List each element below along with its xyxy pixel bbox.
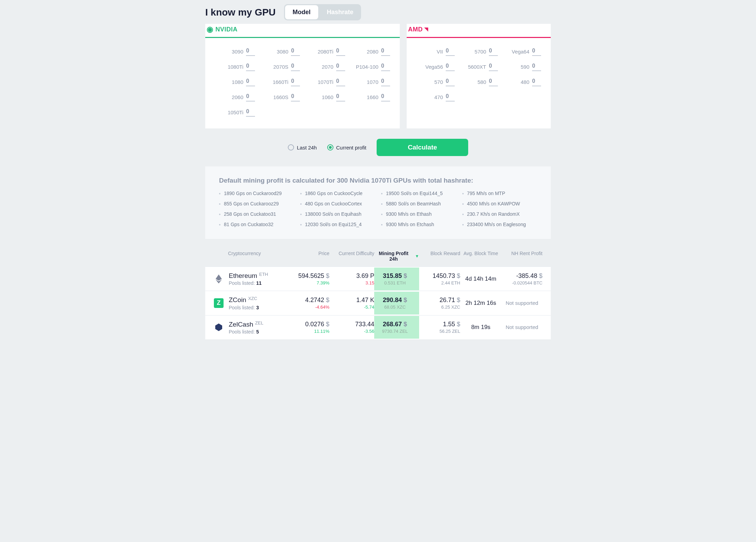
th-block-reward[interactable]: Block Reward: [419, 251, 460, 262]
crypto-name: ZCoin: [229, 297, 246, 304]
page-title: I know my GPU: [205, 7, 276, 18]
gpu-label: 2070S: [273, 64, 288, 70]
mining-profit-cell: 290.84 $68.05 XZC: [374, 292, 419, 314]
gpu-qty-input-580[interactable]: [489, 77, 498, 86]
radio-current-profit-label: Current profit: [336, 145, 367, 151]
gpu-qty-input-2070s[interactable]: [291, 62, 300, 71]
gpu-cell-480: 480: [503, 77, 541, 86]
th-mining-profit[interactable]: Mining Profit 24h ▼: [374, 251, 419, 262]
gpu-cell-2070: 2070: [305, 62, 345, 71]
crypto-name: ZelCash: [229, 321, 253, 328]
th-block-time[interactable]: Avg. Block Time: [460, 251, 501, 262]
table-row[interactable]: Ethereum ETHPools listed: 11594.5625 $7.…: [205, 267, 551, 291]
gpu-qty-input-2080[interactable]: [381, 47, 390, 56]
hashrate-item: 230.7 Kh/s on RandomX: [462, 211, 537, 217]
gpu-qty-input-vii[interactable]: [446, 47, 455, 56]
gpu-qty-input-1060[interactable]: [336, 93, 345, 101]
gpu-qty-input-1660[interactable]: [381, 93, 390, 101]
gpu-label: 2080: [367, 49, 378, 55]
gpu-qty-input-1070ti[interactable]: [336, 77, 345, 86]
gpu-cell-3080: 3080: [260, 47, 300, 56]
hashrate-item: 9300 Mh/s on Etchash: [381, 222, 456, 227]
gpu-qty-input-vega64[interactable]: [532, 47, 541, 56]
gpu-cell-vega64: Vega64: [503, 47, 541, 56]
table-row[interactable]: ZelCash ZELPools listed: 50.0276 $11.11%…: [205, 315, 551, 339]
amd-arrow-icon: [424, 26, 428, 33]
gpu-label: 1660: [367, 94, 378, 100]
gpu-cell-1070: 1070: [350, 77, 390, 86]
gpu-label: 3090: [232, 49, 243, 55]
gpu-qty-input-2070[interactable]: [336, 62, 345, 71]
gpu-cell-1050ti: 1050Ti: [215, 108, 255, 117]
toggle-hashrate-option[interactable]: Hashrate: [319, 4, 361, 20]
block-time-cell: 4d 14h 14m: [460, 275, 501, 282]
price-cell: 0.0276 $11.11%: [292, 321, 329, 334]
hashrate-item: 855 Gps on Cuckarooz29: [219, 201, 294, 206]
block-reward-cell: 26.71 $6.25 XZC: [419, 297, 460, 310]
gpu-qty-input-5700[interactable]: [489, 47, 498, 56]
nvidia-panel: ◉ NVIDIA 309030802080Ti20801080Ti2070S20…: [205, 24, 400, 128]
th-cryptocurrency[interactable]: Cryptocurrency: [214, 251, 292, 262]
gpu-label: 2060: [232, 94, 243, 100]
hashrate-item: 233400 Mh/s on Eaglesong: [462, 222, 537, 227]
gpu-qty-input-470[interactable]: [446, 93, 455, 101]
gpu-qty-input-vega56[interactable]: [446, 62, 455, 71]
gpu-cell-1660s: 1660S: [260, 93, 300, 101]
gpu-cell-2080: 2080: [350, 47, 390, 56]
gpu-qty-input-570[interactable]: [446, 77, 455, 86]
gpu-label: 5600XT: [468, 64, 486, 70]
radio-last-24h[interactable]: Last 24h: [288, 144, 317, 151]
gpu-qty-input-2080ti[interactable]: [336, 47, 345, 56]
gpu-cell-590: 590: [503, 62, 541, 71]
th-rent-profit[interactable]: NH Rent Profit: [501, 251, 542, 262]
calculate-button[interactable]: Calculate: [377, 139, 468, 156]
table-row[interactable]: ZZCoin XZCPools listed: 34.2742 $-4.64%1…: [205, 291, 551, 315]
gpu-cell-2070s: 2070S: [260, 62, 300, 71]
hashrate-item: 5880 Sol/s on BeamHash: [381, 201, 456, 206]
gpu-qty-input-1070[interactable]: [381, 77, 390, 86]
gpu-qty-input-590[interactable]: [532, 62, 541, 71]
eth-coin-icon: [214, 274, 224, 284]
crypto-name: Ethereum: [229, 272, 257, 279]
hashrate-item: 19500 Sol/s on Equi144_5: [381, 191, 456, 196]
gpu-qty-input-1660s[interactable]: [291, 93, 300, 101]
gpu-qty-input-5600xt[interactable]: [489, 62, 498, 71]
gpu-label: P104-100: [356, 64, 378, 70]
gpu-qty-input-2060[interactable]: [246, 93, 255, 101]
th-difficulty[interactable]: Current Difficulty: [329, 251, 374, 262]
gpu-label: VII: [437, 49, 443, 55]
gpu-cell-2060: 2060: [215, 93, 255, 101]
block-time-cell: 2h 12m 16s: [460, 300, 501, 307]
gpu-label: 1660Ti: [273, 79, 288, 85]
rent-profit-cell: Not supported: [501, 300, 542, 306]
gpu-qty-input-3090[interactable]: [246, 47, 255, 56]
gpu-qty-input-1080[interactable]: [246, 77, 255, 86]
mode-toggle: Model Hashrate: [284, 4, 361, 20]
sort-desc-icon: ▼: [415, 254, 419, 259]
gpu-label: 1660S: [273, 94, 288, 100]
gpu-qty-input-3080[interactable]: [291, 47, 300, 56]
difficulty-cell: 1.47 K-5.74: [329, 297, 374, 310]
gpu-label: 3080: [277, 49, 288, 55]
gpu-qty-input-480[interactable]: [532, 77, 541, 86]
gpu-cell-1660: 1660: [350, 93, 390, 101]
rent-profit-cell: -385.48 $-0.020544 BTC: [501, 272, 542, 285]
difficulty-cell: 733.44-3.56: [329, 321, 374, 334]
radio-current-profit[interactable]: Current profit: [327, 144, 367, 151]
mining-profit-cell: 315.85 $0.531 ETH: [374, 268, 419, 290]
gpu-qty-input-1660ti[interactable]: [291, 77, 300, 86]
block-time-cell: 8m 19s: [460, 324, 501, 331]
th-price[interactable]: Price: [292, 251, 329, 262]
gpu-label: 590: [521, 64, 529, 70]
gpu-label: 570: [434, 79, 443, 85]
gpu-qty-input-1080ti[interactable]: [246, 62, 255, 71]
gpu-cell-3090: 3090: [215, 47, 255, 56]
nvidia-eye-icon: ◉: [207, 25, 214, 34]
gpu-qty-input-1050ti[interactable]: [246, 108, 255, 117]
toggle-model-option[interactable]: Model: [285, 5, 318, 19]
gpu-cell-570: 570: [416, 77, 455, 86]
crypto-ticker: ETH: [258, 272, 268, 277]
hashrate-item: 480 Gps on CuckooCortex: [300, 201, 375, 206]
hashrate-item: 1890 Gps on Cuckarood29: [219, 191, 294, 196]
gpu-qty-input-p104-100[interactable]: [381, 62, 390, 71]
